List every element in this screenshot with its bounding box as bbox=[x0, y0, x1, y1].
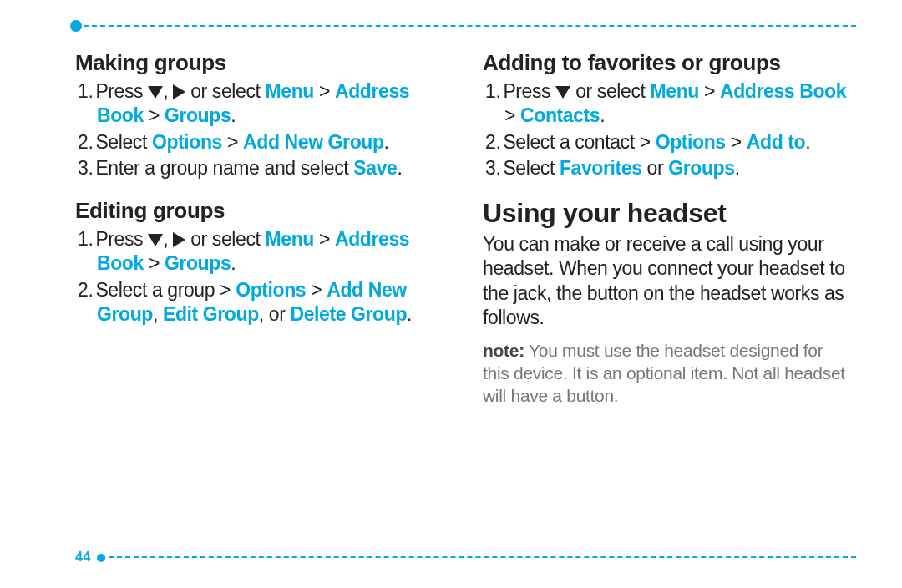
making-groups-step-1: Press , or select Menu > Address Book > … bbox=[97, 79, 443, 130]
adding-favorites-steps: Press or select Menu > Address Book > Co… bbox=[504, 79, 850, 183]
editing-groups-step-2: Select a group > Options > Add New Group… bbox=[97, 278, 443, 329]
using-headset-body: You can make or receive a call using you… bbox=[483, 232, 850, 331]
making-groups-heading: Making groups bbox=[75, 50, 443, 76]
left-column: Making groups Press , or select Menu > A… bbox=[75, 50, 443, 407]
right-triangle-icon bbox=[173, 84, 185, 99]
adding-favorites-heading: Adding to favorites or groups bbox=[483, 50, 850, 76]
right-column: Adding to favorites or groups Press or s… bbox=[483, 50, 850, 407]
top-rule bbox=[75, 25, 856, 27]
making-groups-step-3: Enter a group name and select Save. bbox=[97, 156, 443, 182]
rule-dot-icon bbox=[70, 20, 82, 32]
page: Making groups Press , or select Menu > A… bbox=[75, 25, 856, 563]
right-triangle-icon bbox=[173, 232, 185, 247]
columns: Making groups Press , or select Menu > A… bbox=[75, 50, 856, 407]
down-triangle-icon bbox=[148, 234, 163, 246]
using-headset-note: note: You must use the headset designed … bbox=[483, 339, 850, 408]
editing-groups-steps: Press , or select Menu > Address Book > … bbox=[97, 227, 443, 329]
making-groups-steps: Press , or select Menu > Address Book > … bbox=[97, 79, 443, 183]
page-footer: 44 bbox=[75, 550, 856, 565]
page-number: 44 bbox=[75, 550, 91, 564]
adding-favorites-step-3: Select Favorites or Groups. bbox=[504, 156, 850, 182]
editing-groups-step-1: Press , or select Menu > Address Book > … bbox=[97, 227, 443, 278]
down-triangle-icon bbox=[148, 86, 163, 99]
footer-rule bbox=[100, 556, 856, 558]
down-triangle-icon bbox=[555, 86, 570, 99]
using-headset-heading: Using your headset bbox=[483, 198, 850, 229]
footer-dot-icon bbox=[97, 554, 105, 562]
adding-favorites-step-2: Select a contact > Options > Add to. bbox=[504, 130, 850, 156]
making-groups-step-2: Select Options > Add New Group. bbox=[97, 130, 443, 156]
editing-groups-heading: Editing groups bbox=[75, 198, 443, 224]
adding-favorites-step-1: Press or select Menu > Address Book > Co… bbox=[504, 79, 850, 130]
